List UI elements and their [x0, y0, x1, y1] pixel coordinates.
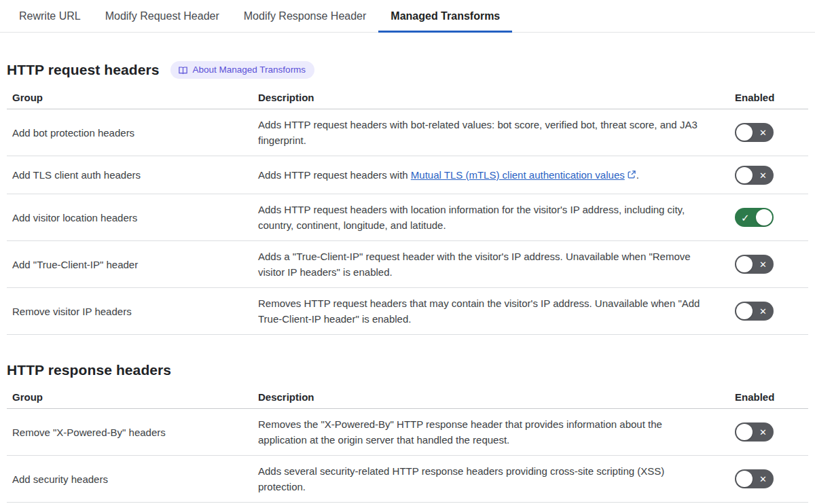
description-cell: Adds several security-related HTTP respo… [253, 456, 729, 502]
toggle-remove-visitor-ip-headers[interactable]: ✓ ✕ [735, 302, 774, 321]
group-cell: Add security headers [7, 456, 253, 502]
table-row: Add bot protection headers Adds HTTP req… [7, 109, 808, 156]
book-icon [178, 65, 188, 75]
toggle-add-bot-protection-headers[interactable]: ✓ ✕ [735, 123, 774, 142]
description-cell: Adds HTTP request headers with location … [253, 194, 729, 240]
column-header-description: Description [253, 388, 729, 408]
toggle-knob [736, 303, 753, 319]
table-row: Remove visitor IP headers Removes HTTP r… [7, 288, 808, 335]
external-link-icon [625, 169, 636, 181]
toggle-add-tls-client-auth-headers[interactable]: ✓ ✕ [735, 166, 774, 185]
group-cell: Add bot protection headers [7, 109, 253, 156]
description-cell: Adds HTTP request headers with bot-relat… [253, 109, 729, 156]
request-section-title: HTTP request headers [7, 62, 160, 78]
x-icon: ✕ [759, 128, 767, 137]
toggle-knob [736, 471, 753, 487]
column-header-group: Group [7, 388, 253, 408]
response-headers-table: Group Description Enabled Remove "X-Powe… [7, 388, 808, 503]
group-cell: Add TLS client auth headers [7, 156, 253, 194]
table-row: Add visitor location headers Adds HTTP r… [7, 194, 808, 241]
x-icon: ✕ [759, 428, 767, 437]
toggle-add-visitor-location-headers[interactable]: ✓ ✕ [735, 208, 774, 227]
x-icon: ✕ [759, 260, 767, 269]
toggle-knob [736, 167, 753, 183]
description-cell: Removes the "X-Powered-By" HTTP response… [253, 409, 729, 455]
tab-bar: Rewrite URL Modify Request Header Modify… [0, 0, 815, 33]
request-section-header: HTTP request headers About Managed Trans… [7, 61, 808, 79]
request-table-header-row: Group Description Enabled [7, 88, 808, 109]
response-table-header-row: Group Description Enabled [7, 388, 808, 409]
request-headers-table: Group Description Enabled Add bot protec… [7, 88, 808, 335]
toggle-remove-x-powered-by-headers[interactable]: ✓ ✕ [735, 422, 774, 442]
about-managed-transforms-badge[interactable]: About Managed Transforms [170, 61, 315, 79]
description-cell: Adds HTTP request headers with Mutual TL… [253, 156, 729, 194]
mtls-authentication-link[interactable]: Mutual TLS (mTLS) client authentication … [411, 169, 636, 181]
table-row: Add TLS client auth headers Adds HTTP re… [7, 156, 808, 194]
column-header-enabled: Enabled [729, 88, 808, 109]
tab-modify-response-header[interactable]: Modify Response Header [232, 1, 379, 33]
toggle-knob [736, 124, 753, 141]
x-icon: ✕ [759, 307, 767, 316]
toggle-knob [736, 424, 753, 440]
column-header-description: Description [253, 88, 729, 109]
group-cell: Remove "X-Powered-By" headers [7, 409, 253, 455]
toggle-add-true-client-ip-header[interactable]: ✓ ✕ [735, 255, 774, 274]
description-text: Adds HTTP request headers with [258, 169, 411, 181]
table-row: Remove "X-Powered-By" headers Removes th… [7, 409, 808, 456]
group-cell: Add "True-Client-IP" header [7, 241, 253, 287]
toggle-knob [736, 256, 753, 272]
response-section-title: HTTP response headers [7, 362, 171, 378]
table-row: Add security headers Adds several securi… [7, 456, 808, 503]
tab-rewrite-url[interactable]: Rewrite URL [7, 1, 93, 33]
group-cell: Remove visitor IP headers [7, 288, 253, 334]
check-icon: ✓ [741, 213, 750, 223]
x-icon: ✕ [759, 170, 767, 179]
table-row: Add "True-Client-IP" header Adds a "True… [7, 241, 808, 288]
description-cell: Removes HTTP request headers that may co… [253, 288, 729, 334]
tab-modify-request-header[interactable]: Modify Request Header [93, 1, 232, 33]
x-icon: ✕ [759, 475, 767, 484]
toggle-add-security-headers[interactable]: ✓ ✕ [735, 469, 774, 488]
group-cell: Add visitor location headers [7, 194, 253, 240]
tab-managed-transforms[interactable]: Managed Transforms [378, 1, 512, 33]
column-header-group: Group [7, 88, 253, 109]
toggle-knob [756, 209, 772, 226]
description-text: . [636, 169, 639, 181]
description-cell: Adds a "True-Client-IP" request header w… [253, 241, 729, 287]
column-header-enabled: Enabled [729, 388, 808, 408]
badge-label: About Managed Transforms [193, 65, 306, 75]
response-section-header: HTTP response headers [7, 362, 808, 378]
